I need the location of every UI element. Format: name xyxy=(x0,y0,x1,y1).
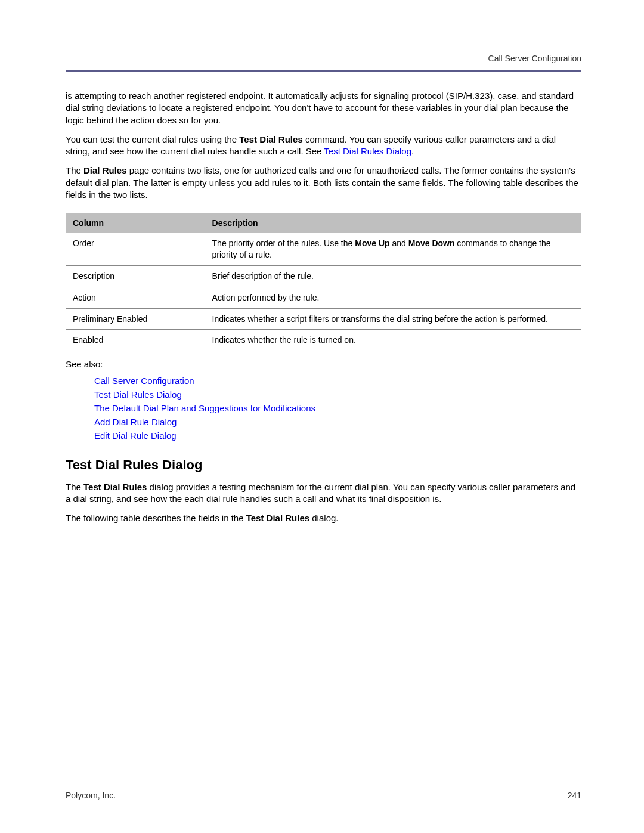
link-default-dial-plan[interactable]: The Default Dial Plan and Suggestions fo… xyxy=(94,403,315,413)
text-bold: Test Dial Rules xyxy=(246,513,309,523)
list-item: The Default Dial Plan and Suggestions fo… xyxy=(94,403,581,413)
see-also-label: See also: xyxy=(66,358,581,370)
text: dialog. xyxy=(309,513,338,523)
page: Call Server Configuration is attempting … xyxy=(0,0,644,833)
text-bold: Test Dial Rules xyxy=(239,134,302,144)
text: The following table describes the fields… xyxy=(66,513,246,523)
link-edit-dial-rule-dialog[interactable]: Edit Dial Rule Dialog xyxy=(94,431,177,441)
table-cell: Indicates whether a script filters or tr… xyxy=(205,308,581,330)
page-footer: Polycom, Inc. 241 xyxy=(66,791,581,800)
table-cell: Order xyxy=(66,233,205,266)
footer-page-number: 241 xyxy=(568,791,581,800)
header-rule xyxy=(66,70,581,72)
body-paragraph: The Test Dial Rules dialog provides a te… xyxy=(66,481,581,506)
body-paragraph: The following table describes the fields… xyxy=(66,512,581,524)
table-row: Enabled Indicates whether the rule is tu… xyxy=(66,330,581,351)
body-paragraph: The Dial Rules page contains two lists, … xyxy=(66,165,581,201)
table-cell: Description xyxy=(66,265,205,287)
list-item: Add Dial Rule Dialog xyxy=(94,417,581,427)
footer-company: Polycom, Inc. xyxy=(66,791,116,800)
body-paragraph: You can test the current dial rules usin… xyxy=(66,134,581,158)
table-cell: Enabled xyxy=(66,330,205,351)
text: The xyxy=(66,165,83,175)
table-row: Description Brief description of the rul… xyxy=(66,265,581,287)
text: The priority order of the rules. Use the xyxy=(212,239,355,248)
section-heading: Test Dial Rules Dialog xyxy=(66,457,581,473)
table-header-row: Column Description xyxy=(66,213,581,233)
table-row: Order The priority order of the rules. U… xyxy=(66,233,581,266)
text: and xyxy=(390,239,408,248)
text-bold: Move Down xyxy=(408,239,455,248)
page-header-section: Call Server Configuration xyxy=(66,54,581,70)
table-cell: Indicates whether the rule is turned on. xyxy=(205,330,581,351)
table-cell: Preliminary Enabled xyxy=(66,308,205,330)
link-test-dial-rules-dialog[interactable]: Test Dial Rules Dialog xyxy=(94,389,182,400)
text: The xyxy=(66,482,83,492)
text: page contains two lists, one for authori… xyxy=(66,165,578,200)
see-also-list: Call Server Configuration Test Dial Rule… xyxy=(66,376,581,441)
list-item: Edit Dial Rule Dialog xyxy=(94,431,581,441)
text-bold: Move Up xyxy=(355,239,389,248)
list-item: Call Server Configuration xyxy=(94,376,581,386)
dial-rules-columns-table: Column Description Order The priority or… xyxy=(66,213,581,351)
table-cell: Action xyxy=(66,287,205,308)
link-test-dial-rules-dialog[interactable]: Test Dial Rules Dialog xyxy=(324,146,411,156)
table-header: Description xyxy=(205,213,581,233)
text-bold: Dial Rules xyxy=(83,165,127,175)
text: . xyxy=(411,146,414,156)
text-bold: Test Dial Rules xyxy=(83,482,147,492)
table-cell: Action performed by the rule. xyxy=(205,287,581,308)
table-row: Action Action performed by the rule. xyxy=(66,287,581,308)
table-cell: Brief description of the rule. xyxy=(205,265,581,287)
table-row: Preliminary Enabled Indicates whether a … xyxy=(66,308,581,330)
list-item: Test Dial Rules Dialog xyxy=(94,389,581,400)
body-paragraph: is attempting to reach another registere… xyxy=(66,90,581,126)
text: You can test the current dial rules usin… xyxy=(66,134,239,144)
table-cell: The priority order of the rules. Use the… xyxy=(205,233,581,266)
table-header: Column xyxy=(66,213,205,233)
link-add-dial-rule-dialog[interactable]: Add Dial Rule Dialog xyxy=(94,417,177,427)
link-call-server-configuration[interactable]: Call Server Configuration xyxy=(94,376,194,386)
